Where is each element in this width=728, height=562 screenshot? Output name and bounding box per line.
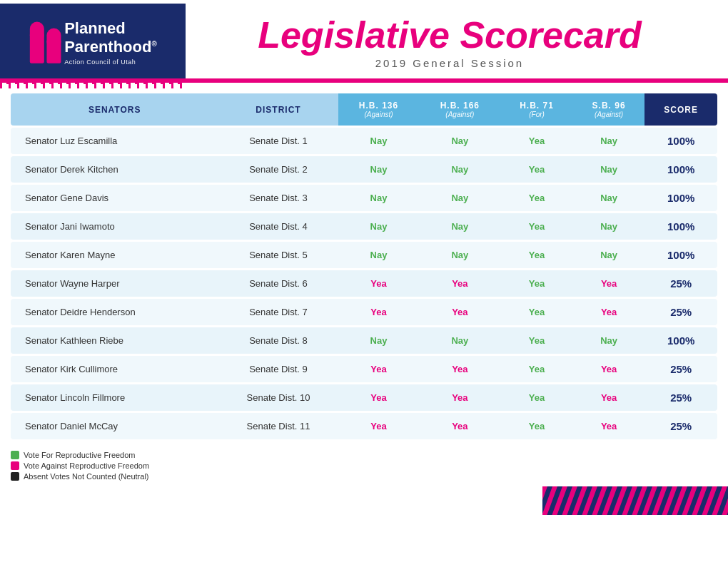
senator-name: Senator Derek Kitchen — [11, 156, 218, 183]
scorecard-table-container: SENATORS DISTRICT H.B. 136 (Against) H.B… — [0, 84, 728, 445]
senator-district: Senate Dist. 5 — [218, 242, 338, 268]
col-header-senators: SENATORS — [11, 93, 218, 126]
vote-hb166: Yea — [419, 356, 500, 382]
vote-hb71: Yea — [500, 413, 573, 439]
senator-district: Senate Dist. 10 — [218, 384, 338, 411]
senator-name: Senator Daniel McCay — [11, 413, 218, 439]
svg-rect-7 — [186, 83, 728, 88]
vote-sb96: Yea — [573, 356, 645, 382]
col-header-score: SCORE — [644, 93, 717, 126]
legend-dot-green — [11, 451, 19, 459]
senator-name: Senator Luz Escamilla — [11, 128, 218, 154]
vote-sb96: Yea — [573, 413, 645, 439]
legend-label-black: Absent Votes Not Counted (Neutral) — [24, 472, 148, 481]
scorecard-table: SENATORS DISTRICT H.B. 136 (Against) H.B… — [11, 91, 717, 441]
vote-hb71: Yea — [500, 185, 573, 211]
table-row: Senator Daniel McCay Senate Dist. 11 Yea… — [11, 413, 717, 439]
vote-hb136: Yea — [338, 384, 420, 411]
senator-name: Senator Kathleen Riebe — [11, 327, 218, 354]
senator-name: Senator Deidre Henderson — [11, 299, 218, 325]
svg-rect-3 — [47, 39, 61, 63]
table-row: Senator Jani Iwamoto Senate Dist. 4 Nay … — [11, 213, 717, 240]
table-row: Senator Kirk Cullimore Senate Dist. 9 Ye… — [11, 356, 717, 382]
senator-name: Senator Jani Iwamoto — [11, 213, 218, 240]
vote-sb96: Nay — [573, 242, 645, 268]
vote-hb71: Yea — [500, 270, 573, 297]
vote-hb71: Yea — [500, 128, 573, 154]
score-value: 100% — [644, 185, 717, 211]
vote-sb96: Nay — [573, 327, 645, 354]
vote-hb166: Nay — [419, 242, 500, 268]
page-header: Planned Parenthood® Action Council of Ut… — [0, 0, 728, 78]
vote-hb166: Nay — [419, 213, 500, 240]
senator-district: Senate Dist. 11 — [218, 413, 338, 439]
legend-dot-black — [11, 472, 19, 481]
table-row: Senator Karen Mayne Senate Dist. 5 Nay N… — [11, 242, 717, 268]
vote-hb71: Yea — [500, 242, 573, 268]
table-row: Senator Lincoln Fillmore Senate Dist. 10… — [11, 384, 717, 411]
score-value: 100% — [644, 242, 717, 268]
legend-dot-pink — [11, 461, 19, 470]
legend-item-green: Vote For Reproductive Freedom — [11, 451, 717, 459]
vote-hb136: Nay — [338, 185, 420, 211]
vote-hb71: Yea — [500, 327, 573, 354]
legend-item-black: Absent Votes Not Counted (Neutral) — [11, 472, 717, 481]
vote-sb96: Nay — [573, 156, 645, 183]
logo-text: Planned Parenthood® Action Council of Ut… — [64, 19, 157, 67]
senator-district: Senate Dist. 9 — [218, 356, 338, 382]
svg-rect-1 — [30, 33, 44, 63]
table-row: Senator Derek Kitchen Senate Dist. 2 Nay… — [11, 156, 717, 183]
vote-hb166: Yea — [419, 413, 500, 439]
senator-district: Senate Dist. 2 — [218, 156, 338, 183]
vote-sb96: Yea — [573, 270, 645, 297]
legend-label-green: Vote For Reproductive Freedom — [24, 451, 136, 459]
stripe-accent — [0, 83, 728, 88]
vote-sb96: Nay — [573, 213, 645, 240]
legend-item-pink: Vote Against Reproductive Freedom — [11, 461, 717, 470]
senator-name: Senator Kirk Cullimore — [11, 356, 218, 382]
svg-rect-6 — [0, 83, 186, 88]
vote-hb166: Nay — [419, 156, 500, 183]
senator-name: Senator Karen Mayne — [11, 242, 218, 268]
senator-district: Senate Dist. 7 — [218, 299, 338, 325]
vote-sb96: Nay — [573, 185, 645, 211]
vote-hb166: Yea — [419, 270, 500, 297]
vote-hb71: Yea — [500, 156, 573, 183]
title-area: Legislative Scorecard 2019 General Sessi… — [186, 16, 714, 69]
vote-hb71: Yea — [500, 213, 573, 240]
vote-hb136: Nay — [338, 156, 420, 183]
logo-area: Planned Parenthood® Action Council of Ut… — [0, 4, 186, 82]
table-header-row: SENATORS DISTRICT H.B. 136 (Against) H.B… — [11, 93, 717, 126]
table-row: Senator Kathleen Riebe Senate Dist. 8 Na… — [11, 327, 717, 354]
score-value: 100% — [644, 213, 717, 240]
col-header-hb166: H.B. 166 (Against) — [419, 93, 500, 126]
col-header-hb71: H.B. 71 (For) — [500, 93, 573, 126]
senator-name: Senator Lincoln Fillmore — [11, 384, 218, 411]
senator-district: Senate Dist. 6 — [218, 270, 338, 297]
vote-sb96: Yea — [573, 299, 645, 325]
senator-name: Senator Wayne Harper — [11, 270, 218, 297]
score-value: 25% — [644, 413, 717, 439]
col-header-district: DISTRICT — [218, 93, 338, 126]
pp-logo-icon — [29, 20, 64, 66]
score-value: 25% — [644, 270, 717, 297]
vote-hb136: Nay — [338, 327, 420, 354]
vote-hb71: Yea — [500, 384, 573, 411]
vote-hb136: Yea — [338, 299, 420, 325]
vote-hb166: Yea — [419, 299, 500, 325]
vote-hb166: Nay — [419, 327, 500, 354]
senator-name: Senator Gene Davis — [11, 185, 218, 211]
bottom-decoration — [0, 486, 728, 515]
vote-hb71: Yea — [500, 356, 573, 382]
table-row: Senator Gene Davis Senate Dist. 3 Nay Na… — [11, 185, 717, 211]
bottom-stripes — [542, 486, 728, 515]
col-header-sb96: S.B. 96 (Against) — [573, 93, 645, 126]
vote-hb166: Yea — [419, 384, 500, 411]
svg-rect-10 — [542, 486, 728, 515]
score-value: 100% — [644, 128, 717, 154]
vote-hb136: Yea — [338, 356, 420, 382]
vote-hb136: Yea — [338, 413, 420, 439]
senator-district: Senate Dist. 1 — [218, 128, 338, 154]
legend: Vote For Reproductive Freedom Vote Again… — [0, 445, 728, 486]
vote-hb136: Nay — [338, 213, 420, 240]
